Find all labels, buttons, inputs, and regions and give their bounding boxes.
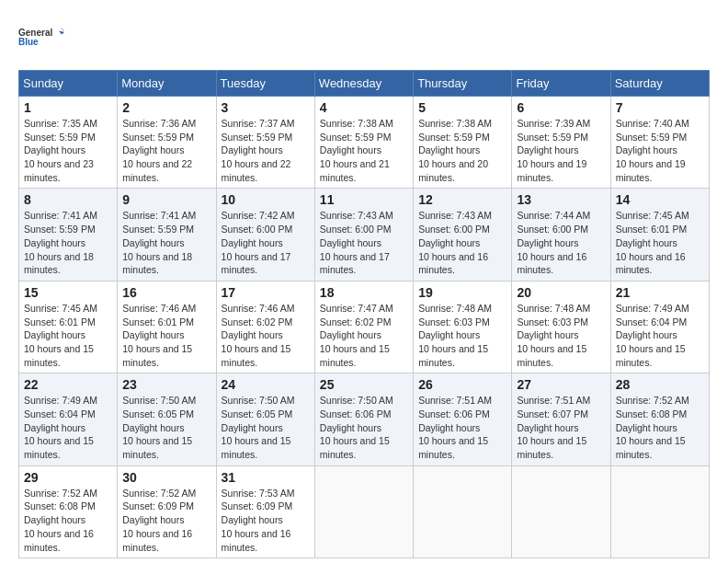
day-number: 14	[616, 192, 704, 207]
calendar-cell: 24 Sunrise: 7:50 AM Sunset: 6:05 PM Dayl…	[216, 373, 314, 465]
svg-text:General: General	[18, 28, 52, 38]
calendar-cell: 13 Sunrise: 7:44 AM Sunset: 6:00 PM Dayl…	[512, 189, 610, 281]
day-number: 13	[517, 192, 605, 207]
calendar-week-row: 15 Sunrise: 7:45 AM Sunset: 6:01 PM Dayl…	[19, 281, 710, 373]
weekday-header-row: SundayMondayTuesdayWednesdayThursdayFrid…	[19, 71, 710, 97]
calendar-cell: 7 Sunrise: 7:40 AM Sunset: 5:59 PM Dayli…	[610, 97, 709, 189]
day-detail: Sunrise: 7:52 AM Sunset: 6:08 PM Dayligh…	[24, 487, 112, 554]
calendar-cell: 22 Sunrise: 7:49 AM Sunset: 6:04 PM Dayl…	[19, 373, 118, 465]
day-detail: Sunrise: 7:47 AM Sunset: 6:02 PM Dayligh…	[320, 302, 408, 369]
calendar-cell	[610, 465, 709, 557]
day-number: 28	[616, 377, 704, 392]
day-detail: Sunrise: 7:35 AM Sunset: 5:59 PM Dayligh…	[24, 117, 112, 184]
day-number: 22	[24, 377, 112, 392]
day-number: 1	[24, 100, 112, 115]
day-number: 31	[222, 470, 310, 485]
weekday-header: Tuesday	[216, 71, 314, 97]
calendar-cell: 15 Sunrise: 7:45 AM Sunset: 6:01 PM Dayl…	[19, 281, 118, 373]
day-detail: Sunrise: 7:52 AM Sunset: 6:09 PM Dayligh…	[122, 487, 210, 554]
day-detail: Sunrise: 7:38 AM Sunset: 5:59 PM Dayligh…	[320, 117, 408, 184]
day-detail: Sunrise: 7:52 AM Sunset: 6:08 PM Dayligh…	[616, 394, 704, 461]
calendar-cell: 10 Sunrise: 7:42 AM Sunset: 6:00 PM Dayl…	[216, 189, 314, 281]
day-detail: Sunrise: 7:49 AM Sunset: 6:04 PM Dayligh…	[616, 302, 704, 369]
calendar-cell	[414, 465, 512, 557]
calendar-cell: 9 Sunrise: 7:41 AM Sunset: 5:59 PM Dayli…	[118, 189, 216, 281]
calendar-cell	[512, 465, 610, 557]
weekday-header: Sunday	[19, 71, 118, 97]
calendar-cell: 3 Sunrise: 7:37 AM Sunset: 5:59 PM Dayli…	[216, 97, 314, 189]
day-detail: Sunrise: 7:51 AM Sunset: 6:06 PM Dayligh…	[418, 394, 506, 461]
day-number: 16	[122, 285, 210, 300]
day-number: 9	[122, 192, 210, 207]
calendar-cell: 21 Sunrise: 7:49 AM Sunset: 6:04 PM Dayl…	[610, 281, 709, 373]
day-number: 7	[616, 100, 704, 115]
day-number: 11	[320, 192, 408, 207]
logo-svg: General Blue	[18, 18, 64, 55]
day-detail: Sunrise: 7:49 AM Sunset: 6:04 PM Dayligh…	[24, 394, 112, 461]
day-number: 12	[418, 192, 506, 207]
calendar-cell: 16 Sunrise: 7:46 AM Sunset: 6:01 PM Dayl…	[118, 281, 216, 373]
day-detail: Sunrise: 7:44 AM Sunset: 6:00 PM Dayligh…	[517, 209, 605, 276]
day-number: 24	[222, 377, 310, 392]
day-number: 30	[122, 470, 210, 485]
calendar-cell: 8 Sunrise: 7:41 AM Sunset: 5:59 PM Dayli…	[19, 189, 118, 281]
calendar-cell: 1 Sunrise: 7:35 AM Sunset: 5:59 PM Dayli…	[19, 97, 118, 189]
day-number: 2	[122, 100, 210, 115]
calendar-week-row: 8 Sunrise: 7:41 AM Sunset: 5:59 PM Dayli…	[19, 189, 710, 281]
calendar-cell: 19 Sunrise: 7:48 AM Sunset: 6:03 PM Dayl…	[414, 281, 512, 373]
calendar-cell: 23 Sunrise: 7:50 AM Sunset: 6:05 PM Dayl…	[118, 373, 216, 465]
day-detail: Sunrise: 7:46 AM Sunset: 6:02 PM Dayligh…	[222, 302, 310, 369]
day-number: 27	[517, 377, 605, 392]
calendar-cell: 26 Sunrise: 7:51 AM Sunset: 6:06 PM Dayl…	[414, 373, 512, 465]
day-detail: Sunrise: 7:40 AM Sunset: 5:59 PM Dayligh…	[616, 117, 704, 184]
weekday-header: Saturday	[610, 71, 709, 97]
day-detail: Sunrise: 7:50 AM Sunset: 6:05 PM Dayligh…	[122, 394, 210, 461]
day-detail: Sunrise: 7:41 AM Sunset: 5:59 PM Dayligh…	[122, 209, 210, 276]
calendar-cell: 27 Sunrise: 7:51 AM Sunset: 6:07 PM Dayl…	[512, 373, 610, 465]
day-detail: Sunrise: 7:45 AM Sunset: 6:01 PM Dayligh…	[616, 209, 704, 276]
day-number: 4	[320, 100, 408, 115]
day-detail: Sunrise: 7:43 AM Sunset: 6:00 PM Dayligh…	[320, 209, 408, 276]
day-detail: Sunrise: 7:38 AM Sunset: 5:59 PM Dayligh…	[418, 117, 506, 184]
page-header: General Blue	[18, 18, 710, 55]
calendar-cell: 17 Sunrise: 7:46 AM Sunset: 6:02 PM Dayl…	[216, 281, 314, 373]
calendar-cell: 20 Sunrise: 7:48 AM Sunset: 6:03 PM Dayl…	[512, 281, 610, 373]
day-number: 8	[24, 192, 112, 207]
svg-text:Blue: Blue	[18, 37, 39, 47]
day-detail: Sunrise: 7:42 AM Sunset: 6:00 PM Dayligh…	[222, 209, 310, 276]
day-number: 29	[24, 470, 112, 485]
day-number: 5	[418, 100, 506, 115]
logo: General Blue	[18, 18, 64, 55]
weekday-header: Monday	[118, 71, 216, 97]
calendar-table: SundayMondayTuesdayWednesdayThursdayFrid…	[18, 70, 710, 558]
day-detail: Sunrise: 7:51 AM Sunset: 6:07 PM Dayligh…	[517, 394, 605, 461]
calendar-cell: 12 Sunrise: 7:43 AM Sunset: 6:00 PM Dayl…	[414, 189, 512, 281]
calendar-cell	[314, 465, 413, 557]
day-number: 6	[517, 100, 605, 115]
svg-marker-3	[59, 31, 64, 35]
day-number: 18	[320, 285, 408, 300]
day-number: 10	[222, 192, 310, 207]
day-detail: Sunrise: 7:53 AM Sunset: 6:09 PM Dayligh…	[222, 487, 310, 554]
day-detail: Sunrise: 7:46 AM Sunset: 6:01 PM Dayligh…	[122, 302, 210, 369]
day-detail: Sunrise: 7:37 AM Sunset: 5:59 PM Dayligh…	[222, 117, 310, 184]
day-number: 3	[222, 100, 310, 115]
calendar-week-row: 22 Sunrise: 7:49 AM Sunset: 6:04 PM Dayl…	[19, 373, 710, 465]
calendar-cell: 29 Sunrise: 7:52 AM Sunset: 6:08 PM Dayl…	[19, 465, 118, 557]
day-detail: Sunrise: 7:48 AM Sunset: 6:03 PM Dayligh…	[418, 302, 506, 369]
weekday-header: Thursday	[414, 71, 512, 97]
day-detail: Sunrise: 7:45 AM Sunset: 6:01 PM Dayligh…	[24, 302, 112, 369]
weekday-header: Friday	[512, 71, 610, 97]
day-number: 20	[517, 285, 605, 300]
calendar-cell: 18 Sunrise: 7:47 AM Sunset: 6:02 PM Dayl…	[314, 281, 413, 373]
calendar-cell: 5 Sunrise: 7:38 AM Sunset: 5:59 PM Dayli…	[414, 97, 512, 189]
day-detail: Sunrise: 7:41 AM Sunset: 5:59 PM Dayligh…	[24, 209, 112, 276]
calendar-cell: 31 Sunrise: 7:53 AM Sunset: 6:09 PM Dayl…	[216, 465, 314, 557]
calendar-cell: 2 Sunrise: 7:36 AM Sunset: 5:59 PM Dayli…	[118, 97, 216, 189]
day-number: 17	[222, 285, 310, 300]
weekday-header: Wednesday	[314, 71, 413, 97]
day-detail: Sunrise: 7:50 AM Sunset: 6:05 PM Dayligh…	[222, 394, 310, 461]
calendar-week-row: 1 Sunrise: 7:35 AM Sunset: 5:59 PM Dayli…	[19, 97, 710, 189]
calendar-cell: 6 Sunrise: 7:39 AM Sunset: 5:59 PM Dayli…	[512, 97, 610, 189]
day-number: 25	[320, 377, 408, 392]
